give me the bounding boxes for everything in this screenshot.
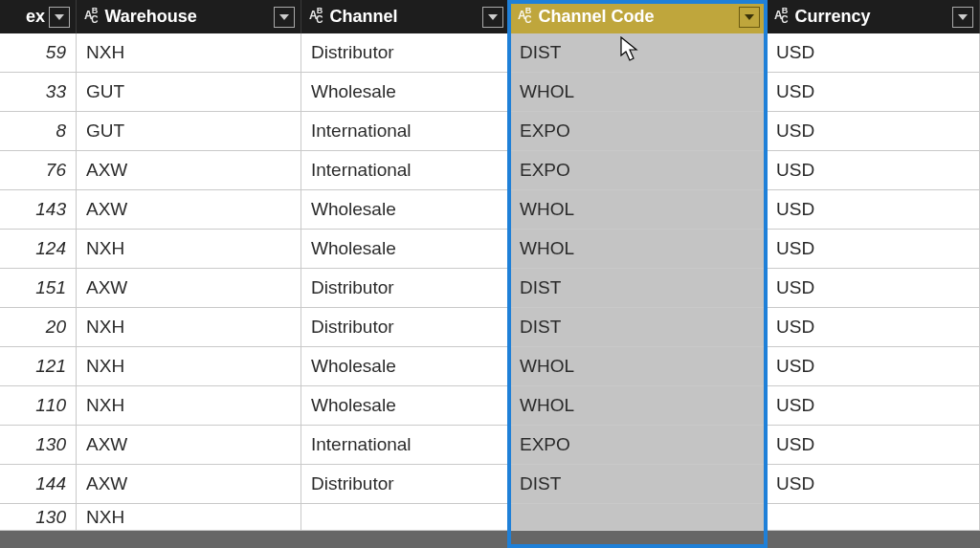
cell-channel_code[interactable]: EXPO [510,426,767,465]
cell-channel[interactable]: International [301,151,510,190]
cell-currency[interactable]: USD [767,465,980,504]
filter-dropdown-icon[interactable] [49,7,70,28]
cell-channel[interactable] [301,504,510,531]
cell-currency[interactable]: USD [767,112,980,151]
cell-index[interactable]: 124 [0,230,77,269]
cell-index[interactable]: 76 [0,151,77,190]
cell-channel_code[interactable]: WHOL [510,73,767,112]
cell-index[interactable]: 59 [0,33,77,73]
cell-channel[interactable]: Distributor [301,308,510,347]
cell-channel[interactable]: Wholesale [301,347,510,386]
column-header-label: Warehouse [104,7,274,27]
text-type-icon: ABC [774,9,787,24]
cell-warehouse[interactable]: GUT [77,112,301,151]
cell-channel_code[interactable]: WHOL [510,347,767,386]
cell-channel[interactable]: International [301,426,510,465]
column-header-label: Currency [794,7,952,27]
cell-channel[interactable]: Distributor [301,465,510,504]
cell-channel_code[interactable]: EXPO [510,112,767,151]
cell-currency[interactable]: USD [767,386,980,426]
column-header-currency[interactable]: ABCCurrency [767,0,980,33]
column-header-index[interactable]: ex [0,0,77,33]
cell-index[interactable]: 8 [0,112,77,151]
cell-warehouse[interactable]: AXW [77,190,301,230]
cell-channel_code[interactable]: DIST [510,269,767,308]
cell-channel_code[interactable]: WHOL [510,190,767,230]
cell-index[interactable]: 130 [0,426,77,465]
cell-warehouse[interactable]: AXW [77,465,301,504]
cell-index[interactable]: 151 [0,269,77,308]
cell-warehouse[interactable]: NXH [77,386,301,426]
cell-channel[interactable]: Wholesale [301,73,510,112]
cell-channel[interactable]: International [301,112,510,151]
cell-channel[interactable]: Distributor [301,33,510,73]
cell-warehouse[interactable]: AXW [77,426,301,465]
cell-index[interactable]: 20 [0,308,77,347]
cell-channel[interactable]: Wholesale [301,386,510,426]
cell-warehouse[interactable]: AXW [77,151,301,190]
cell-currency[interactable]: USD [767,151,980,190]
cell-index[interactable]: 144 [0,465,77,504]
text-type-icon: ABC [309,9,322,24]
cell-currency[interactable] [767,504,980,531]
cell-channel[interactable]: Distributor [301,269,510,308]
column-header-label: Channel Code [538,7,739,27]
cell-channel_code[interactable]: DIST [510,465,767,504]
cell-currency[interactable]: USD [767,33,980,73]
cell-channel_code[interactable]: WHOL [510,230,767,269]
cell-index[interactable]: 143 [0,190,77,230]
cell-currency[interactable]: USD [767,190,980,230]
cell-warehouse[interactable]: NXH [77,33,301,73]
filter-dropdown-icon[interactable] [482,7,503,28]
cell-index[interactable]: 130 [0,504,77,531]
cell-warehouse[interactable]: NXH [77,347,301,386]
cell-currency[interactable]: USD [767,269,980,308]
cell-channel_code[interactable] [510,504,767,531]
data-grid[interactable]: exABCWarehouseABCChannelABCChannel CodeA… [0,0,980,531]
cell-channel_code[interactable]: WHOL [510,386,767,426]
filter-dropdown-icon[interactable] [739,7,760,28]
cell-currency[interactable]: USD [767,308,980,347]
cell-channel_code[interactable]: EXPO [510,151,767,190]
cell-index[interactable]: 110 [0,386,77,426]
column-header-warehouse[interactable]: ABCWarehouse [77,0,301,33]
cell-warehouse[interactable]: GUT [77,73,301,112]
column-header-channel[interactable]: ABCChannel [301,0,510,33]
cell-currency[interactable]: USD [767,73,980,112]
cell-channel[interactable]: Wholesale [301,230,510,269]
text-type-icon: ABC [518,9,530,24]
cell-currency[interactable]: USD [767,347,980,386]
filter-dropdown-icon[interactable] [274,7,295,28]
cell-warehouse[interactable]: NXH [77,308,301,347]
text-type-icon: ABC [84,9,97,24]
cell-warehouse[interactable]: AXW [77,269,301,308]
cell-channel[interactable]: Wholesale [301,190,510,230]
cell-warehouse[interactable]: NXH [77,504,301,531]
column-header-channel_code[interactable]: ABCChannel Code [510,0,767,33]
cell-channel_code[interactable]: DIST [510,308,767,347]
column-header-label: Channel [329,7,482,27]
column-header-label: ex [0,7,49,27]
cell-currency[interactable]: USD [767,230,980,269]
cell-warehouse[interactable]: NXH [77,230,301,269]
cell-index[interactable]: 33 [0,73,77,112]
cell-index[interactable]: 121 [0,347,77,386]
cell-channel_code[interactable]: DIST [510,33,767,73]
filter-dropdown-icon[interactable] [952,7,973,28]
cell-currency[interactable]: USD [767,426,980,465]
